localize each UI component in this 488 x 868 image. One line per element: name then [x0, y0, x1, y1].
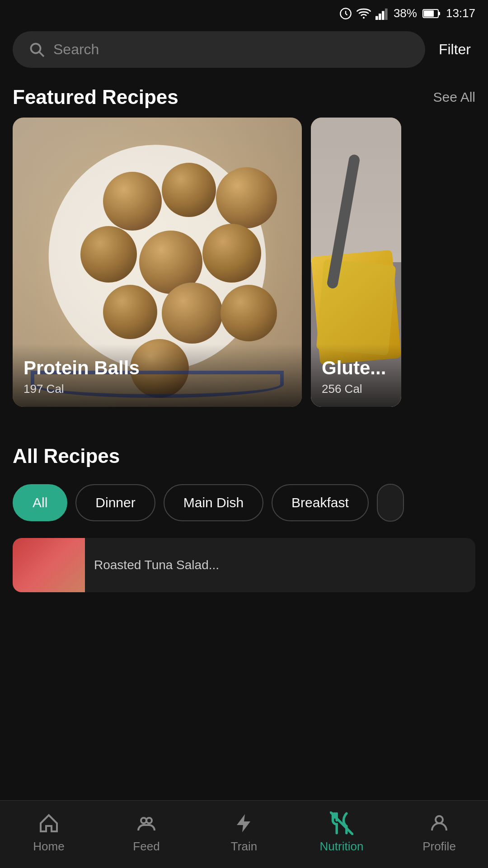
home-icon: [37, 811, 61, 835]
svg-rect-7: [424, 10, 434, 17]
search-bar[interactable]: Search: [13, 31, 425, 68]
nav-item-profile[interactable]: Profile: [390, 811, 488, 854]
svg-rect-2: [375, 16, 378, 19]
svg-rect-8: [438, 12, 440, 15]
signal-icon: [375, 7, 388, 20]
nav-label-nutrition: Nutrition: [320, 840, 364, 854]
recipe-card-overlay-2: Glute... 256 Cal: [311, 344, 401, 407]
alarm-icon: [339, 7, 352, 20]
svg-point-1: [363, 17, 365, 19]
nav-item-feed[interactable]: Feed: [98, 811, 195, 854]
filter-button[interactable]: Filter: [434, 37, 475, 62]
time-display: 13:17: [446, 6, 475, 20]
nav-label-home: Home: [33, 840, 64, 854]
nav-label-feed: Feed: [133, 840, 160, 854]
all-recipes-title: All Recipes: [13, 445, 120, 467]
see-all-button[interactable]: See All: [433, 90, 475, 105]
recipe-name-1: Protein Balls: [23, 358, 291, 378]
bottom-navigation: Home Feed Train: [0, 800, 488, 868]
feed-icon: [135, 811, 158, 835]
list-text: Roasted Tuna Salad...: [85, 538, 228, 592]
nav-item-train[interactable]: Train: [195, 811, 293, 854]
train-icon: [232, 811, 256, 835]
list-thumb: [13, 538, 85, 592]
search-icon: [29, 42, 45, 58]
recipe-calories-1: 197 Cal: [23, 382, 291, 396]
recipe-card-overlay-1: Protein Balls 197 Cal: [13, 344, 302, 407]
battery-text: 38%: [394, 6, 417, 20]
filter-chips-container: All Dinner Main Dish Breakfast: [0, 476, 488, 529]
list-item-partial[interactable]: Roasted Tuna Salad...: [13, 538, 475, 592]
recipe-card-protein-balls[interactable]: Protein Balls 197 Cal: [13, 118, 302, 407]
svg-rect-4: [382, 11, 385, 20]
all-recipes-header: All Recipes: [0, 434, 488, 476]
search-container: Search Filter: [0, 24, 488, 75]
battery-icon: [422, 8, 441, 19]
svg-point-12: [146, 818, 152, 823]
wifi-icon: [357, 7, 371, 20]
svg-rect-3: [379, 14, 381, 20]
recipe-list-preview: Roasted Tuna Salad...: [0, 538, 488, 592]
status-icons: [339, 7, 388, 20]
nav-label-train: Train: [231, 840, 257, 854]
recipe-calories-2: 256 Cal: [322, 382, 390, 396]
chip-main-dish[interactable]: Main Dish: [164, 484, 263, 521]
nav-item-home[interactable]: Home: [0, 811, 98, 854]
chip-dinner[interactable]: Dinner: [75, 484, 155, 521]
nav-item-nutrition[interactable]: Nutrition: [293, 811, 390, 854]
all-recipes-section: All Recipes All Dinner Main Dish Breakfa…: [0, 420, 488, 592]
nav-label-profile: Profile: [422, 840, 456, 854]
svg-point-14: [436, 816, 443, 823]
nutrition-icon: [330, 811, 353, 835]
list-item-title-partial: Roasted Tuna Salad...: [94, 558, 219, 572]
recipe-card-gluten[interactable]: Glute... 256 Cal: [311, 118, 401, 407]
featured-title: Featured Recipes: [13, 86, 178, 108]
search-placeholder-text: Search: [53, 41, 99, 58]
status-bar: 38% 13:17: [0, 0, 488, 24]
featured-recipes-scroll: Protein Balls 197 Cal Glute... 256 Cal: [0, 118, 488, 420]
profile-icon: [427, 811, 451, 835]
recipe-name-2: Glute...: [322, 358, 390, 378]
featured-section-header: Featured Recipes See All: [0, 75, 488, 118]
svg-rect-5: [385, 8, 388, 19]
chip-breakfast[interactable]: Breakfast: [272, 484, 369, 521]
chip-all[interactable]: All: [13, 484, 67, 521]
svg-line-10: [39, 52, 44, 57]
svg-point-9: [31, 43, 41, 53]
